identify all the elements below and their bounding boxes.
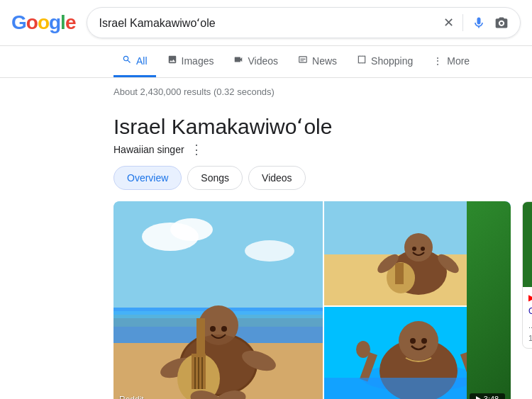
videos-icon <box>233 55 243 67</box>
tab-news[interactable]: News <box>289 46 345 77</box>
tab-more-label: More <box>447 55 470 67</box>
clear-button[interactable]: ✕ <box>443 15 454 30</box>
svg-point-41 <box>421 338 427 344</box>
search-icons: ✕ <box>443 14 509 31</box>
image-grid[interactable]: Reddit <box>113 201 511 399</box>
tab-all-label: All <box>136 55 148 67</box>
video-source: ▶ YouTube <box>528 293 532 303</box>
content-area: Israel Kamakawiwoʻole Hawaiian singer ⋮ … <box>0 103 532 399</box>
tab-more[interactable]: ⋮ More <box>424 47 478 77</box>
kp-more-button[interactable]: ⋮ <box>190 142 203 157</box>
video-date: 12 Apr 2... <box>528 334 532 342</box>
results-info: About 2,430,000 results (0.32 seconds) <box>0 81 532 103</box>
video-title[interactable]: OFFICI... Rainbow... <box>528 305 532 317</box>
tab-videos[interactable]: Videos <box>225 46 287 77</box>
video-desc: ... Best C... https://w... <box>528 320 532 331</box>
image-label: Reddit <box>119 395 144 399</box>
all-icon <box>122 55 132 67</box>
image-search-button[interactable] <box>494 16 509 30</box>
google-logo[interactable]: Google <box>11 11 75 34</box>
svg-rect-28 <box>395 263 404 284</box>
search-bar[interactable]: Israel Kamakawiwoʻole ✕ <box>87 7 521 38</box>
search-input[interactable]: Israel Kamakawiwoʻole <box>99 16 438 29</box>
kp-subtitle: Hawaiian singer <box>113 144 184 155</box>
video-duration-badge: 3:48 <box>470 393 505 399</box>
tab-videos-label: Videos <box>248 55 278 67</box>
video-preview-partial[interactable]: 3:48 <box>467 201 511 399</box>
svg-point-20 <box>221 326 227 332</box>
video-thumbnail[interactable]: 3:48 <box>523 202 532 287</box>
tab-all[interactable]: All <box>113 46 156 77</box>
svg-point-3 <box>170 218 213 241</box>
header: Google Israel Kamakawiwoʻole ✕ <box>0 0 532 46</box>
image-main[interactable]: Reddit <box>113 201 323 399</box>
svg-point-32 <box>421 247 425 251</box>
kp-tab-videos[interactable]: Videos <box>248 166 306 190</box>
video-card[interactable]: 3:48 ▶ YouTube OFFICI... Rainbow... ... … <box>522 201 532 349</box>
kp-title: Israel Kamakawiwoʻole <box>113 114 532 139</box>
svg-point-38 <box>356 341 370 358</box>
svg-point-26 <box>404 233 433 262</box>
main-content: Israel Kamakawiwoʻole Hawaiian singer ⋮ … <box>113 103 532 399</box>
play-icon <box>476 396 481 399</box>
video-meta: ▶ YouTube OFFICI... Rainbow... ... Best … <box>523 287 532 348</box>
kp-tabs: Overview Songs Videos <box>113 166 532 190</box>
svg-rect-44 <box>523 203 532 287</box>
svg-point-40 <box>410 338 416 344</box>
svg-point-31 <box>412 247 416 251</box>
kp-subtitle-row: Hawaiian singer ⋮ <box>113 142 532 157</box>
youtube-icon: ▶ <box>528 293 532 303</box>
svg-point-0 <box>500 22 503 25</box>
kp-tab-overview[interactable]: Overview <box>113 166 182 190</box>
tab-news-label: News <box>312 55 337 67</box>
svg-rect-18 <box>196 318 205 357</box>
svg-rect-1 <box>113 201 323 315</box>
tab-shopping-label: Shopping <box>371 55 413 67</box>
tab-images-label: Images <box>182 55 214 67</box>
voice-search-button[interactable] <box>472 16 486 30</box>
more-icon: ⋮ <box>433 55 443 67</box>
images-icon <box>167 55 177 67</box>
svg-point-19 <box>210 326 216 332</box>
kp-tab-songs[interactable]: Songs <box>187 166 243 190</box>
svg-point-4 <box>245 240 294 262</box>
svg-point-36 <box>399 321 438 361</box>
nav-tabs: All Images Videos News Shopping ⋮ More <box>0 46 532 78</box>
divider <box>462 14 463 31</box>
tab-images[interactable]: Images <box>159 46 223 77</box>
images-and-video: Reddit <box>113 201 532 399</box>
news-icon <box>298 55 308 67</box>
shopping-icon <box>357 55 367 67</box>
tab-shopping[interactable]: Shopping <box>348 46 421 77</box>
